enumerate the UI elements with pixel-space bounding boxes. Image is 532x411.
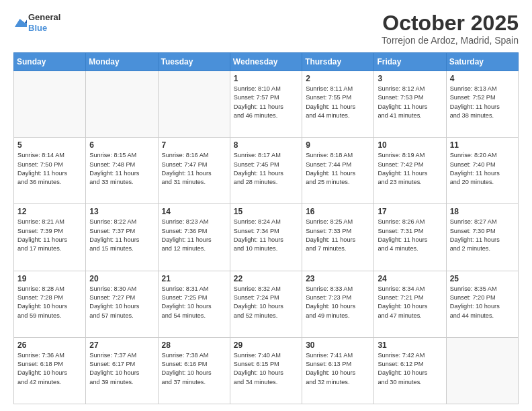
calendar-cell: 13Sunrise: 8:22 AM Sunset: 7:37 PM Dayli… — [86, 204, 158, 271]
calendar-cell: 29Sunrise: 7:40 AM Sunset: 6:15 PM Dayli… — [230, 337, 302, 404]
day-number: 11 — [450, 140, 515, 150]
day-info: Sunrise: 7:40 AM Sunset: 6:15 PM Dayligh… — [234, 351, 298, 387]
calendar-cell: 20Sunrise: 8:30 AM Sunset: 7:27 PM Dayli… — [86, 271, 158, 337]
calendar-cell: 2Sunrise: 8:11 AM Sunset: 7:55 PM Daylig… — [302, 71, 374, 138]
week-row-0: 1Sunrise: 8:10 AM Sunset: 7:57 PM Daylig… — [14, 71, 519, 138]
calendar-cell: 24Sunrise: 8:34 AM Sunset: 7:21 PM Dayli… — [374, 271, 446, 337]
day-number: 16 — [306, 207, 370, 216]
day-number: 22 — [234, 274, 298, 283]
day-info: Sunrise: 8:27 AM Sunset: 7:30 PM Dayligh… — [450, 218, 515, 253]
day-info: Sunrise: 7:36 AM Sunset: 6:18 PM Dayligh… — [17, 351, 82, 387]
day-number: 1 — [234, 74, 298, 83]
day-number: 27 — [89, 340, 154, 350]
header: General Blue October 2025 Torrejon de Ar… — [13, 12, 519, 46]
day-info: Sunrise: 8:30 AM Sunset: 7:27 PM Dayligh… — [89, 285, 154, 320]
day-number: 15 — [234, 207, 298, 216]
weekday-header-sunday: Sunday — [14, 53, 86, 71]
calendar-cell: 16Sunrise: 8:25 AM Sunset: 7:33 PM Dayli… — [302, 204, 374, 271]
calendar-cell: 19Sunrise: 8:28 AM Sunset: 7:28 PM Dayli… — [14, 271, 86, 337]
day-info: Sunrise: 7:42 AM Sunset: 6:12 PM Dayligh… — [378, 351, 442, 387]
page: General Blue October 2025 Torrejon de Ar… — [0, 0, 532, 411]
day-info: Sunrise: 7:37 AM Sunset: 6:17 PM Dayligh… — [89, 351, 154, 387]
calendar-cell: 14Sunrise: 8:23 AM Sunset: 7:36 PM Dayli… — [158, 204, 230, 271]
calendar-cell: 10Sunrise: 8:19 AM Sunset: 7:42 PM Dayli… — [374, 138, 446, 204]
day-number: 29 — [234, 340, 298, 350]
day-info: Sunrise: 8:18 AM Sunset: 7:44 PM Dayligh… — [306, 151, 370, 187]
calendar-cell: 31Sunrise: 7:42 AM Sunset: 6:12 PM Dayli… — [374, 337, 446, 404]
day-number: 7 — [162, 140, 226, 150]
day-info: Sunrise: 8:22 AM Sunset: 7:37 PM Dayligh… — [89, 218, 154, 253]
week-row-2: 12Sunrise: 8:21 AM Sunset: 7:39 PM Dayli… — [14, 204, 519, 271]
weekday-header-monday: Monday — [86, 53, 158, 71]
calendar-cell: 1Sunrise: 8:10 AM Sunset: 7:57 PM Daylig… — [230, 71, 302, 138]
day-number: 14 — [162, 207, 226, 216]
day-number: 20 — [89, 274, 154, 283]
calendar-cell: 11Sunrise: 8:20 AM Sunset: 7:40 PM Dayli… — [446, 138, 518, 204]
day-info: Sunrise: 8:20 AM Sunset: 7:40 PM Dayligh… — [450, 151, 515, 187]
logo-text: General Blue — [28, 12, 60, 33]
day-info: Sunrise: 8:10 AM Sunset: 7:57 PM Dayligh… — [234, 85, 298, 120]
logo-blue: Blue — [28, 23, 60, 34]
day-info: Sunrise: 8:24 AM Sunset: 7:34 PM Dayligh… — [234, 218, 298, 253]
day-number: 13 — [89, 207, 154, 216]
day-number: 17 — [378, 207, 442, 216]
day-info: Sunrise: 8:26 AM Sunset: 7:31 PM Dayligh… — [378, 218, 442, 253]
day-info: Sunrise: 8:19 AM Sunset: 7:42 PM Dayligh… — [378, 151, 442, 187]
month-title: October 2025 — [382, 12, 519, 34]
calendar-cell: 30Sunrise: 7:41 AM Sunset: 6:13 PM Dayli… — [302, 337, 374, 404]
day-number: 30 — [306, 340, 370, 350]
logo: General Blue — [13, 12, 60, 33]
calendar-cell: 12Sunrise: 8:21 AM Sunset: 7:39 PM Dayli… — [14, 204, 86, 271]
calendar-cell — [446, 337, 518, 404]
calendar-cell: 3Sunrise: 8:12 AM Sunset: 7:53 PM Daylig… — [374, 71, 446, 138]
day-info: Sunrise: 8:31 AM Sunset: 7:25 PM Dayligh… — [162, 285, 226, 320]
day-info: Sunrise: 8:16 AM Sunset: 7:47 PM Dayligh… — [162, 151, 226, 187]
calendar-cell: 18Sunrise: 8:27 AM Sunset: 7:30 PM Dayli… — [446, 204, 518, 271]
calendar-cell: 25Sunrise: 8:35 AM Sunset: 7:20 PM Dayli… — [446, 271, 518, 337]
day-info: Sunrise: 8:14 AM Sunset: 7:50 PM Dayligh… — [17, 151, 82, 187]
day-info: Sunrise: 8:15 AM Sunset: 7:48 PM Dayligh… — [89, 151, 154, 187]
calendar-cell: 22Sunrise: 8:32 AM Sunset: 7:24 PM Dayli… — [230, 271, 302, 337]
day-number: 31 — [378, 340, 442, 350]
calendar-cell: 27Sunrise: 7:37 AM Sunset: 6:17 PM Dayli… — [86, 337, 158, 404]
day-info: Sunrise: 8:11 AM Sunset: 7:55 PM Dayligh… — [306, 85, 370, 120]
calendar-cell: 17Sunrise: 8:26 AM Sunset: 7:31 PM Dayli… — [374, 204, 446, 271]
day-info: Sunrise: 8:13 AM Sunset: 7:52 PM Dayligh… — [450, 85, 515, 120]
logo-icon — [15, 17, 27, 29]
day-info: Sunrise: 8:35 AM Sunset: 7:20 PM Dayligh… — [450, 285, 515, 320]
day-info: Sunrise: 7:41 AM Sunset: 6:13 PM Dayligh… — [306, 351, 370, 387]
title-block: October 2025 Torrejon de Ardoz, Madrid, … — [382, 12, 519, 46]
calendar-cell: 4Sunrise: 8:13 AM Sunset: 7:52 PM Daylig… — [446, 71, 518, 138]
day-number: 8 — [234, 140, 298, 150]
calendar-cell — [14, 71, 86, 138]
day-number: 9 — [306, 140, 370, 150]
day-info: Sunrise: 8:23 AM Sunset: 7:36 PM Dayligh… — [162, 218, 226, 253]
day-info: Sunrise: 8:34 AM Sunset: 7:21 PM Dayligh… — [378, 285, 442, 320]
week-row-1: 5Sunrise: 8:14 AM Sunset: 7:50 PM Daylig… — [14, 138, 519, 204]
logo-general: General — [28, 12, 60, 23]
day-number: 25 — [450, 274, 515, 283]
weekday-header-thursday: Thursday — [302, 53, 374, 71]
day-info: Sunrise: 8:21 AM Sunset: 7:39 PM Dayligh… — [17, 218, 82, 253]
day-number: 10 — [378, 140, 442, 150]
week-row-4: 26Sunrise: 7:36 AM Sunset: 6:18 PM Dayli… — [14, 337, 519, 404]
day-info: Sunrise: 8:25 AM Sunset: 7:33 PM Dayligh… — [306, 218, 370, 253]
day-info: Sunrise: 7:38 AM Sunset: 6:16 PM Dayligh… — [162, 351, 226, 387]
calendar-cell: 23Sunrise: 8:33 AM Sunset: 7:23 PM Dayli… — [302, 271, 374, 337]
day-number: 6 — [89, 140, 154, 150]
weekday-header-saturday: Saturday — [446, 53, 518, 71]
day-info: Sunrise: 8:33 AM Sunset: 7:23 PM Dayligh… — [306, 285, 370, 320]
weekday-header-wednesday: Wednesday — [230, 53, 302, 71]
day-number: 23 — [306, 274, 370, 283]
calendar-cell: 15Sunrise: 8:24 AM Sunset: 7:34 PM Dayli… — [230, 204, 302, 271]
day-number: 24 — [378, 274, 442, 283]
calendar-cell: 7Sunrise: 8:16 AM Sunset: 7:47 PM Daylig… — [158, 138, 230, 204]
week-row-3: 19Sunrise: 8:28 AM Sunset: 7:28 PM Dayli… — [14, 271, 519, 337]
day-number: 5 — [17, 140, 82, 150]
subtitle: Torrejon de Ardoz, Madrid, Spain — [382, 35, 519, 46]
day-number: 28 — [162, 340, 226, 350]
day-number: 12 — [17, 207, 82, 216]
calendar-cell: 6Sunrise: 8:15 AM Sunset: 7:48 PM Daylig… — [86, 138, 158, 204]
day-number: 2 — [306, 74, 370, 83]
day-info: Sunrise: 8:32 AM Sunset: 7:24 PM Dayligh… — [234, 285, 298, 320]
